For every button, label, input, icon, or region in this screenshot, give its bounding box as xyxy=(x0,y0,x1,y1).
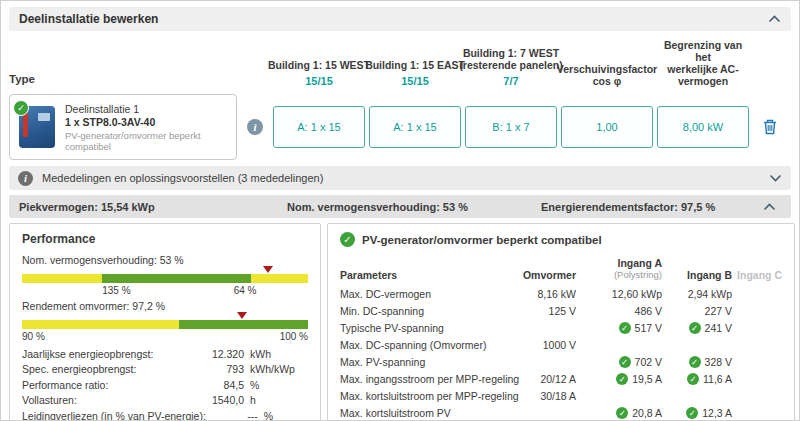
perf-row-performance-ratio: Performance ratio: 84,5 % xyxy=(22,377,308,393)
device-model: 1 x STP8.0-3AV-40 xyxy=(65,116,225,129)
column-ac-limit: Begrenzing van het werkelijke AC-vermoge… xyxy=(657,39,749,87)
string-assignment-3[interactable]: B: 1 x 7 xyxy=(465,106,557,148)
table-row: Max. kortsluitstroom per MPP-regeling 30… xyxy=(340,387,782,404)
nom-ratio-label: Nom. vermogensverhouding: 53 % xyxy=(22,254,308,266)
ok-icon: ✓ xyxy=(689,322,701,334)
module-count-1: 15/15 xyxy=(305,75,333,87)
module-count-3: 7/7 xyxy=(503,75,518,87)
column-cos-phi: Verschuivingsfactor cos φ xyxy=(561,63,653,87)
inverter-image: ✓ xyxy=(18,105,56,149)
messages-bar[interactable]: i Mededelingen en oplossingsvoorstellen … xyxy=(9,166,791,190)
performance-panel: Performance Nom. vermogensverhouding: 53… xyxy=(9,223,321,421)
inverter-efficiency-ticks: 90 % 100 % xyxy=(22,329,308,343)
column-building-1: Building 1: 15 WEST 15/15 xyxy=(273,59,365,87)
table-row: Max. DC-vermogen 8,16 kW ✓12,60 kWp ✓2,9… xyxy=(340,285,782,302)
device-row: ✓ Deelinstallatie 1 1 x STP8.0-3AV-40 PV… xyxy=(9,94,791,160)
bar-segment-green xyxy=(179,320,308,329)
input-a-header: Ingang A (Polystring) xyxy=(580,257,662,281)
ok-icon: ✓ xyxy=(687,373,699,385)
nom-ratio-marker-icon xyxy=(263,266,273,273)
type-column-label: Type xyxy=(9,73,237,87)
table-row: Min. DC-spanning 125 V ✓486 V ✓227 V xyxy=(340,302,782,319)
trash-icon xyxy=(763,119,777,135)
table-row: Typische PV-spanning ✓517 V ✓241 V xyxy=(340,319,782,336)
perf-row-spec-yield: Spec. energieopbrengst: 793 kWh/kWp xyxy=(22,362,308,378)
perf-row-full-load-hours: Vollasturen: 1540,0 h xyxy=(22,393,308,409)
bar-segment-yellow xyxy=(22,274,102,283)
messages-label: Mededelingen en oplossingsvoorstellen (3… xyxy=(42,172,323,184)
compatibility-panel: ✓ PV-generator/omvormer beperkt compatib… xyxy=(327,223,795,421)
details-content: Performance Nom. vermogensverhouding: 53… xyxy=(9,223,791,421)
subinstallation-editor: Deelinstallatie bewerken Type Building 1… xyxy=(0,0,800,421)
inverter-efficiency-marker-icon xyxy=(237,312,247,319)
collapse-chevron-up-icon[interactable] xyxy=(768,15,781,23)
perf-row-line-losses: Leidingverliezen (in % van PV-energie): … xyxy=(22,408,308,421)
nom-ratio-ticks: 135 % 64 % xyxy=(22,283,308,297)
device-card[interactable]: ✓ Deelinstallatie 1 1 x STP8.0-3AV-40 PV… xyxy=(9,94,237,160)
page-title: Deelinstallatie bewerken xyxy=(19,12,158,26)
summary-bar[interactable]: Piekvermogen: 15,54 kWp Nom. vermogensve… xyxy=(9,195,791,218)
summary-nom-ratio: Nom. vermogensverhouding: 53 % xyxy=(287,201,541,213)
bar-segment-yellow xyxy=(22,320,179,329)
inverter-efficiency-bar xyxy=(22,320,308,329)
ok-icon: ✓ xyxy=(616,407,628,419)
column-building-2: Building 1: 15 EAST 15/15 xyxy=(369,59,461,87)
table-row: Max. ingangsstroom per MPP-regeling 20/1… xyxy=(340,370,782,387)
table-row: Max. kortsluitstroom PV ✓20,8 A ✓12,3 A xyxy=(340,404,782,421)
ok-icon: ✓ xyxy=(619,322,631,334)
bar-segment-green xyxy=(102,274,251,283)
perf-row-annual-yield: Jaarlijkse energieopbrengst: 12.320 kWh xyxy=(22,346,308,362)
compat-title: PV-generator/omvormer beperkt compatibel xyxy=(362,234,602,246)
ac-limit-value[interactable]: 8,00 kW xyxy=(657,106,749,148)
device-info-icon[interactable]: i xyxy=(247,119,263,135)
bar-segment-yellow xyxy=(251,274,308,283)
ok-icon: ✓ xyxy=(686,407,698,419)
table-header: Parameters Omvormer Ingang A (Polystring… xyxy=(340,255,782,281)
string-assignment-2[interactable]: A: 1 x 15 xyxy=(369,106,461,148)
ok-icon: ✓ xyxy=(616,373,628,385)
summary-peak-power: Piekvermogen: 15,54 kWp xyxy=(19,201,287,213)
nom-ratio-bar xyxy=(22,274,308,283)
table-row: Max. DC-spanning (Omvormer) 1000 V ✓ ✓ xyxy=(340,336,782,353)
module-count-2: 15/15 xyxy=(401,75,429,87)
device-ok-icon: ✓ xyxy=(13,100,29,116)
cos-phi-value[interactable]: 1,00 xyxy=(561,106,653,148)
device-status: PV-generator/omvormer beperkt compatibel xyxy=(65,130,225,152)
messages-info-icon: i xyxy=(18,171,33,186)
compat-header: ✓ PV-generator/omvormer beperkt compatib… xyxy=(340,232,782,247)
device-name: Deelinstallatie 1 xyxy=(65,103,225,116)
table-row: Max. PV-spanning ✓702 V ✓328 V xyxy=(340,353,782,370)
string-assignment-1[interactable]: A: 1 x 15 xyxy=(273,106,365,148)
ok-icon: ✓ xyxy=(689,356,701,368)
messages-expand-chevron-down-icon[interactable] xyxy=(769,174,782,182)
panel-header[interactable]: Deelinstallatie bewerken xyxy=(9,7,791,31)
performance-title: Performance xyxy=(22,232,308,246)
compat-ok-icon: ✓ xyxy=(340,232,355,247)
ok-icon: ✓ xyxy=(619,356,631,368)
column-headers: Type Building 1: 15 WEST 15/15 Building … xyxy=(9,31,791,92)
summary-energy-factor: Energierendementsfactor: 97,5 % xyxy=(541,201,763,213)
inverter-efficiency-label: Rendement omvormer: 97,2 % xyxy=(22,300,308,312)
delete-device-button[interactable] xyxy=(753,119,787,135)
column-building-3: Building 1: 7 WEST (resterende panelen) … xyxy=(465,47,557,87)
summary-collapse-chevron-up-icon[interactable] xyxy=(763,203,776,211)
